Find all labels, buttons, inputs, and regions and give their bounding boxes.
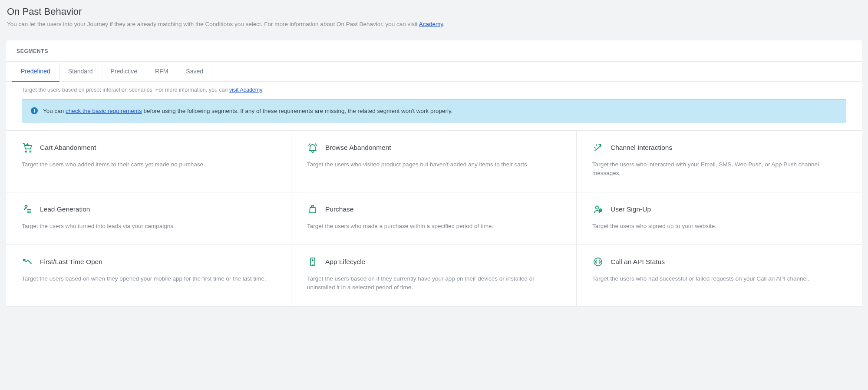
cart-icon <box>22 142 33 153</box>
bell-icon <box>307 142 318 153</box>
card-cart-abandonment[interactable]: Cart Abandonment Target the users who ad… <box>6 131 291 192</box>
user-plus-icon <box>592 204 604 215</box>
card-title: First/Last Time Open <box>40 258 102 266</box>
bag-icon <box>307 204 318 215</box>
card-title: Channel Interactions <box>611 144 672 152</box>
card-purchase[interactable]: Purchase Target the users who made a pur… <box>291 192 577 245</box>
card-desc: Target the users who added items to thei… <box>22 160 275 169</box>
card-desc: Target the users based on if they curren… <box>307 274 561 292</box>
card-first-last-open[interactable]: First/Last Time Open Target the users ba… <box>6 245 291 307</box>
card-desc: Target the users who interacted with you… <box>592 160 846 178</box>
info-icon <box>31 107 38 114</box>
svg-point-4 <box>30 151 31 152</box>
page-desc-after: . <box>443 21 445 27</box>
card-title: Lead Generation <box>40 205 90 213</box>
academy-link[interactable]: Academy <box>419 21 443 27</box>
svg-point-6 <box>313 205 313 206</box>
svg-point-5 <box>25 205 27 207</box>
card-user-signup[interactable]: User Sign-Up Target the users who signed… <box>577 192 862 245</box>
card-desc: Target the users who signed up to your w… <box>592 222 846 231</box>
info-banner: You can check the basic requirements bef… <box>22 99 846 122</box>
banner-before: You can <box>43 108 66 114</box>
svg-rect-2 <box>34 109 35 110</box>
tab-predefined[interactable]: Predefined <box>12 62 59 82</box>
card-title: Purchase <box>325 205 353 213</box>
card-desc: Target the users based on when they open… <box>22 274 275 283</box>
card-title: User Sign-Up <box>611 205 651 213</box>
tab-help-before: Target the users based on preset interac… <box>22 87 229 93</box>
svg-point-3 <box>26 151 27 152</box>
visit-academy-link[interactable]: visit Academy <box>229 87 262 93</box>
tab-standard[interactable]: Standard <box>59 62 102 81</box>
card-title: Call an API Status <box>611 258 665 266</box>
tab-help-text: Target the users based on preset interac… <box>6 82 862 99</box>
api-icon <box>592 256 604 268</box>
banner-after: before using the following segments. If … <box>142 108 453 114</box>
card-browse-abandonment[interactable]: Browse Abandonment Target the users who … <box>291 131 577 192</box>
svg-point-7 <box>596 206 599 209</box>
page-desc-text: You can let the users into your Journey … <box>7 21 419 27</box>
check-requirements-link[interactable]: check the basic requirements <box>66 108 142 114</box>
spark-icon <box>592 142 604 153</box>
card-desc: Target the users who had successful or f… <box>592 274 846 283</box>
card-channel-interactions[interactable]: Channel Interactions Target the users wh… <box>577 131 862 192</box>
segments-label: SEGMENTS <box>17 48 48 61</box>
page-description: You can let the users into your Journey … <box>7 21 861 27</box>
card-desc: Target the users who visited product pag… <box>307 160 561 169</box>
card-call-api-status[interactable]: Call an API Status Target the users who … <box>577 245 862 307</box>
card-app-lifecycle[interactable]: App Lifecycle Target the users based on … <box>291 245 577 307</box>
tabs-row: Predefined Standard Predictive RFM Saved <box>6 62 862 82</box>
phone-icon <box>307 256 318 268</box>
card-title: App Lifecycle <box>325 258 365 266</box>
tab-saved[interactable]: Saved <box>177 62 212 81</box>
card-lead-generation[interactable]: Lead Generation Target the users who tur… <box>6 192 291 245</box>
svg-rect-1 <box>34 110 35 112</box>
card-desc: Target the users who made a purchase wit… <box>307 222 561 231</box>
chart-down-icon <box>22 256 33 268</box>
segments-panel: SEGMENTS Predefined Standard Predictive … <box>6 40 862 306</box>
card-title: Browse Abandonment <box>325 144 391 152</box>
tab-rfm[interactable]: RFM <box>146 62 177 81</box>
cards-grid: Cart Abandonment Target the users who ad… <box>6 130 862 306</box>
tab-predictive[interactable]: Predictive <box>102 62 146 81</box>
lead-icon <box>22 204 33 215</box>
card-title: Cart Abandonment <box>40 144 96 152</box>
card-desc: Target the users who turned into leads v… <box>22 222 275 231</box>
page-title: On Past Behavior <box>7 6 861 17</box>
info-banner-text: You can check the basic requirements bef… <box>43 108 453 114</box>
tab-help-after: . <box>262 87 264 93</box>
